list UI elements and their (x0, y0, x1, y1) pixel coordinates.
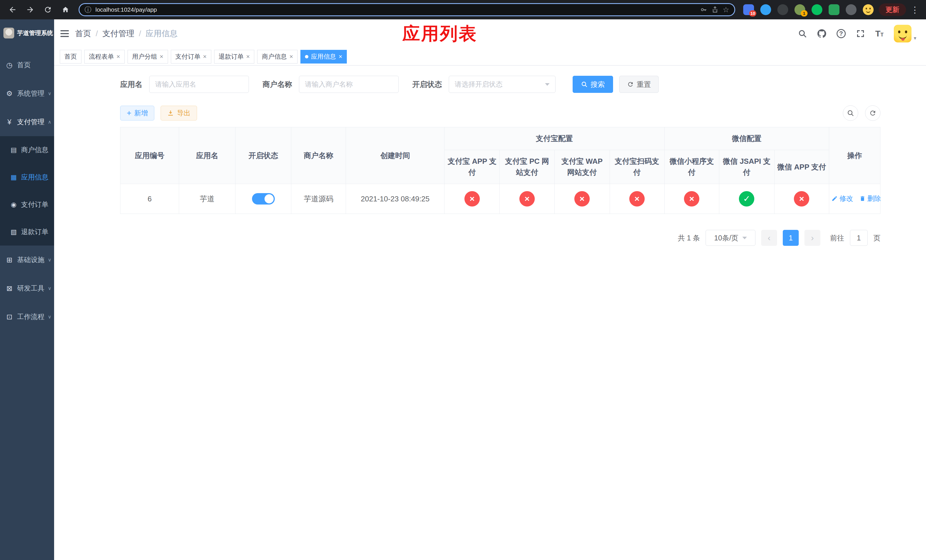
tag-user-group[interactable]: 用户分组 × (127, 50, 168, 64)
sidebar-item-pay-order[interactable]: ◉ 支付订单 (0, 191, 54, 218)
tag-home[interactable]: 首页 (60, 50, 82, 64)
breadcrumb-home[interactable]: 首页 (75, 28, 91, 39)
tag-app-info[interactable]: 应用信息 × (300, 50, 347, 64)
toggle-search-button[interactable] (843, 105, 858, 121)
close-icon[interactable]: × (246, 53, 250, 60)
sidebar: 芋道管理系统 ◷ 首页 ⚙ 系统管理 ∨ ¥ 支付管理 ∧ ▤ 商户信息 (0, 20, 54, 560)
avatar-image (894, 25, 911, 42)
sidebar-item-merchant-info[interactable]: ▤ 商户信息 (0, 136, 54, 163)
github-icon[interactable] (817, 29, 826, 38)
merchant-name-input[interactable] (299, 76, 399, 93)
user-avatar[interactable]: ▾ (894, 25, 916, 42)
close-icon[interactable]: × (203, 53, 207, 60)
password-key-icon[interactable] (700, 6, 707, 14)
add-button[interactable]: + 新增 (120, 106, 154, 121)
chevron-down-icon (545, 83, 549, 86)
app-title: 芋道管理系统 (17, 29, 53, 37)
cell-alipay-pc: × (500, 184, 554, 214)
chevron-down-icon: ∨ (48, 91, 51, 97)
close-icon[interactable]: × (160, 53, 163, 60)
sidebar-item-home[interactable]: ◷ 首页 (0, 51, 54, 79)
extension-badge: 10 (749, 10, 756, 17)
status-select-placeholder: 请选择开启状态 (455, 80, 502, 89)
back-icon[interactable] (5, 2, 20, 17)
browser-menu-icon[interactable]: ⋮ (909, 5, 921, 15)
extension-icon-3[interactable] (777, 4, 788, 15)
next-page-button[interactable]: › (804, 230, 820, 246)
navbar-actions: ? TT ▾ (798, 25, 916, 42)
search-button[interactable]: 搜索 (573, 76, 613, 93)
forward-icon[interactable] (23, 2, 38, 17)
pencil-icon (831, 195, 838, 202)
address-bar[interactable]: ⓘ localhost:1024/pay/app ☆ (79, 3, 735, 16)
table-toolbar: + 新增 导出 (120, 105, 881, 121)
bank-card-icon: ▤ (10, 146, 18, 154)
refresh-button[interactable] (865, 105, 881, 121)
goto-page-input[interactable] (850, 230, 868, 246)
col-actions: 操作 (829, 127, 880, 184)
page-size-select[interactable]: 10条/页 (706, 230, 755, 246)
emoji-extension-icon[interactable] (863, 4, 874, 15)
close-icon[interactable]: × (117, 53, 120, 60)
chevron-down-icon: ∨ (48, 285, 51, 291)
collapse-sidebar-icon[interactable] (61, 29, 69, 38)
sidebar-menu: ◷ 首页 ⚙ 系统管理 ∨ ¥ 支付管理 ∧ ▤ 商户信息 ▦ 应用信 (0, 47, 54, 331)
sidebar-item-dev-tools[interactable]: ⊠ 研发工具 ∨ (0, 274, 54, 303)
profile-extension-icon[interactable]: 1 (794, 4, 805, 15)
config-status-icon: × (794, 191, 809, 206)
workflow-icon: ⊡ (5, 313, 14, 321)
sidebar-logo-row[interactable]: 芋道管理系统 (0, 20, 54, 47)
export-button[interactable]: 导出 (160, 106, 197, 121)
prev-page-button[interactable]: ‹ (761, 230, 777, 246)
sidebar-item-payment[interactable]: ¥ 支付管理 ∧ (0, 107, 54, 136)
order-icon: ◉ (10, 201, 18, 209)
extension-icon-5[interactable] (811, 4, 822, 15)
font-size-icon[interactable]: TT (875, 29, 884, 38)
payment-submenu: ▤ 商户信息 ▦ 应用信息 ◉ 支付订单 ▧ 退款订单 (0, 136, 54, 245)
cell-app-name: 芋道 (179, 184, 236, 214)
chevron-down-icon: ∨ (48, 257, 51, 263)
status-toggle[interactable] (252, 193, 275, 204)
bookmark-star-icon[interactable]: ☆ (723, 6, 729, 14)
close-icon[interactable]: × (339, 53, 342, 60)
search-form: 应用名 商户名称 开启状态 请选择开启状态 搜索 重置 (120, 76, 881, 93)
extension-icon-7[interactable] (846, 4, 856, 15)
breadcrumb-current: 应用信息 (146, 28, 178, 39)
col-alipay-pc: 支付宝 PC 网站支付 (500, 150, 554, 184)
sidebar-item-system[interactable]: ⚙ 系统管理 ∨ (0, 79, 54, 107)
extension-icon-2[interactable] (760, 4, 771, 15)
sidebar-item-workflow[interactable]: ⊡ 工作流程 ∨ (0, 303, 54, 331)
close-icon[interactable]: × (289, 53, 293, 60)
delete-button[interactable]: 删除 (859, 194, 881, 203)
tag-merchant-info[interactable]: 商户信息 × (257, 50, 298, 64)
col-alipay-wap: 支付宝 WAP 网站支付 (554, 150, 610, 184)
tag-process-form[interactable]: 流程表单 × (84, 50, 125, 64)
page-1-button[interactable]: 1 (783, 230, 799, 246)
help-icon[interactable]: ? (837, 29, 846, 38)
site-info-icon[interactable]: ⓘ (85, 6, 91, 13)
search-icon[interactable] (798, 29, 807, 38)
tag-pay-order[interactable]: 支付订单 × (171, 50, 211, 64)
fullscreen-icon[interactable] (856, 29, 865, 38)
reset-button[interactable]: 重置 (619, 76, 659, 93)
reload-icon[interactable] (41, 2, 55, 17)
sidebar-item-infrastructure[interactable]: ⊞ 基础设施 ∨ (0, 245, 54, 274)
share-icon[interactable] (711, 6, 719, 14)
status-select[interactable]: 请选择开启状态 (449, 76, 555, 93)
cell-alipay-app: × (445, 184, 500, 214)
extension-icon-6[interactable] (829, 4, 840, 15)
col-wechat-jsapi: 微信 JSAPI 支付 (719, 150, 774, 184)
page-title: 应用列表 (402, 22, 478, 45)
home-icon[interactable] (58, 2, 73, 17)
browser-update-button[interactable]: 更新 (879, 3, 906, 16)
sidebar-item-refund-order[interactable]: ▧ 退款订单 (0, 218, 54, 245)
tag-refund-order[interactable]: 退款订单 × (214, 50, 254, 64)
extension-icon-1[interactable]: 10 (743, 4, 754, 15)
edit-button[interactable]: 修改 (831, 194, 853, 203)
active-dot (305, 55, 309, 58)
breadcrumb-section[interactable]: 支付管理 (103, 28, 135, 39)
sidebar-item-app-info[interactable]: ▦ 应用信息 (0, 163, 54, 191)
app-name-input[interactable] (149, 76, 249, 93)
col-created-at: 创建时间 (346, 127, 445, 184)
table-row: 6 芋道 芋道源码 2021-10-23 08:49:25 × × × × × … (121, 184, 881, 214)
